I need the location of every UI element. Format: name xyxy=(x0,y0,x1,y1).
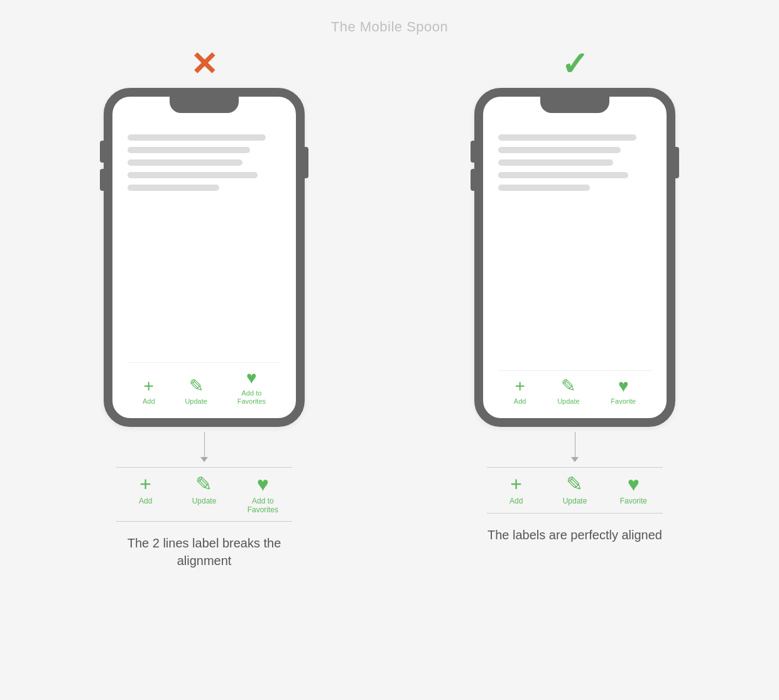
zoomed-tab-update: ✎ Update xyxy=(179,474,229,515)
tab-label-favorites: Add toFavorites xyxy=(237,389,266,406)
zoomed-tab-favorite: ♥ Favorite xyxy=(608,474,658,507)
content-line xyxy=(128,134,266,141)
right-section: ✓ + Add ✎ Update xyxy=(415,48,735,544)
arrow-head xyxy=(200,457,208,462)
wrong-phone-frame: + Add ✎ Update ♥ Add toFavorites xyxy=(104,88,305,427)
tab-item-update: ✎ Update xyxy=(557,377,579,406)
zoomed-label-favorites: Add toFavorites xyxy=(248,497,278,515)
zoomed-tab-favorites: ♥ Add toFavorites xyxy=(237,474,288,515)
right-phone-tabbar: + Add ✎ Update ♥ Favorite xyxy=(498,370,651,406)
tab-item-favorite: ♥ Favorite xyxy=(611,377,636,406)
content-line xyxy=(128,147,250,153)
zoomed-pencil-icon: ✎ xyxy=(195,474,212,494)
zoomed-label-add: Add xyxy=(139,497,152,507)
wrong-icon: ✕ xyxy=(190,48,218,80)
side-btn-left-2 xyxy=(471,169,476,191)
plus-icon: + xyxy=(515,377,525,395)
content-line xyxy=(498,185,590,191)
side-btn-left-1 xyxy=(471,141,476,163)
content-line xyxy=(498,159,613,166)
zoomed-plus-icon: + xyxy=(139,474,151,494)
zoomed-label-add: Add xyxy=(509,497,523,507)
zoomed-tab-add: + Add xyxy=(121,474,171,515)
zoomed-plus-icon: + xyxy=(510,474,522,494)
content-line xyxy=(498,172,628,178)
pencil-icon: ✎ xyxy=(561,377,575,395)
right-caption: The labels are perfectly aligned xyxy=(488,526,662,544)
zoomed-label-update: Update xyxy=(563,497,587,507)
zoomed-label-favorite: Favorite xyxy=(620,497,647,507)
main-container: ✕ + Add ✎ Update xyxy=(44,48,735,569)
zoomed-tab-update: ✎ Update xyxy=(550,474,600,507)
heart-icon: ♥ xyxy=(618,377,629,395)
tab-item-update: ✎ Update xyxy=(185,377,207,406)
tab-label-update: Update xyxy=(557,397,579,406)
content-line xyxy=(128,185,219,191)
zoomed-tabbar-wrong: + Add ✎ Update ♥ Add toFavorites xyxy=(116,467,292,522)
tab-item-add: + Add xyxy=(143,377,155,406)
wrong-phone-tabbar: + Add ✎ Update ♥ Add toFavorites xyxy=(128,362,281,406)
zoomed-tab-add: + Add xyxy=(491,474,542,507)
pencil-icon: ✎ xyxy=(189,377,204,395)
tab-item-add: + Add xyxy=(514,377,526,406)
content-line xyxy=(498,147,621,153)
wrong-caption: The 2 lines label breaks the alignment xyxy=(110,534,298,569)
right-content-lines xyxy=(498,134,651,191)
tab-label-add: Add xyxy=(143,397,155,406)
content-line xyxy=(128,159,242,166)
side-btn-left-2 xyxy=(100,169,105,191)
arrow-line xyxy=(204,432,205,457)
zoomed-tabbar-right: + Add ✎ Update ♥ Favorite xyxy=(487,467,663,514)
wrong-content-lines xyxy=(128,134,281,191)
tab-label-add: Add xyxy=(514,397,526,406)
tab-label-favorite: Favorite xyxy=(611,397,636,406)
right-icon: ✓ xyxy=(561,48,589,80)
tab-label-update: Update xyxy=(185,397,207,406)
arrow-connector-left xyxy=(200,432,208,462)
zoomed-label-update: Update xyxy=(192,497,217,507)
content-line xyxy=(128,172,258,178)
right-phone-frame: + Add ✎ Update ♥ Favorite xyxy=(474,88,675,427)
wrong-section: ✕ + Add ✎ Update xyxy=(44,48,364,569)
zoomed-pencil-icon: ✎ xyxy=(566,474,583,494)
content-line xyxy=(498,134,636,141)
side-btn-left-1 xyxy=(100,141,105,163)
arrow-line xyxy=(575,432,575,457)
page-title: The Mobile Spoon xyxy=(331,19,449,35)
zoomed-heart-icon: ♥ xyxy=(257,474,269,494)
zoomed-heart-icon: ♥ xyxy=(628,474,640,494)
heart-icon: ♥ xyxy=(246,369,257,387)
plus-icon: + xyxy=(144,377,154,395)
arrow-connector-right xyxy=(571,432,579,462)
arrow-head xyxy=(571,457,579,462)
tab-item-favorites: ♥ Add toFavorites xyxy=(237,369,266,406)
